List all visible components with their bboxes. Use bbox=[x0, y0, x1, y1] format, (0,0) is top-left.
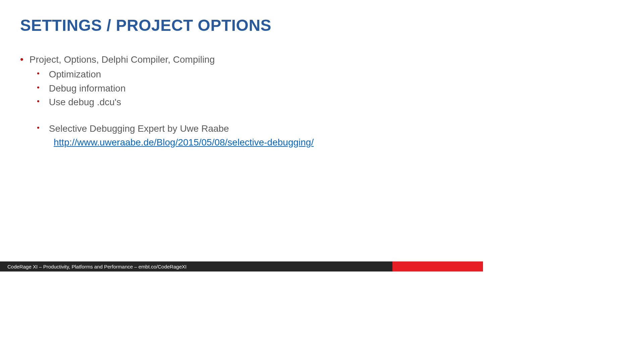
slide-content: • Project, Options, Delphi Compiler, Com… bbox=[20, 54, 463, 149]
bullet-dot-icon: • bbox=[37, 122, 40, 133]
bullet-level2: • Selective Debugging Expert by Uwe Raab… bbox=[37, 122, 463, 135]
slide-title: SETTINGS / PROJECT OPTIONS bbox=[20, 16, 271, 35]
bullet-text: Debug information bbox=[49, 82, 126, 95]
bullet-level2: • Use debug .dcu's bbox=[37, 96, 463, 109]
slide-footer: CodeRage XI – Productivity, Platforms an… bbox=[0, 261, 483, 272]
bullet-level2: • Optimization bbox=[37, 68, 463, 81]
bullet-text: Selective Debugging Expert by Uwe Raabe bbox=[49, 122, 229, 135]
bullet-level2: • Debug information bbox=[37, 82, 463, 95]
bullet-text: Use debug .dcu's bbox=[49, 96, 121, 109]
footer-accent bbox=[392, 261, 483, 272]
bullet-dot-icon: • bbox=[37, 96, 40, 107]
bullet-text: Optimization bbox=[49, 68, 101, 81]
bullet-dot-icon: • bbox=[20, 54, 23, 65]
external-link[interactable]: http://www.uweraabe.de/Blog/2015/05/08/s… bbox=[54, 137, 314, 147]
bullet-dot-icon: • bbox=[37, 82, 40, 93]
link-line: http://www.uweraabe.de/Blog/2015/05/08/s… bbox=[37, 136, 463, 149]
bullet-level1: • Project, Options, Delphi Compiler, Com… bbox=[20, 54, 463, 66]
bullet-dot-icon: • bbox=[37, 68, 40, 79]
footer-text: CodeRage XI – Productivity, Platforms an… bbox=[0, 261, 392, 272]
bullet-text: Project, Options, Delphi Compiler, Compi… bbox=[30, 54, 215, 66]
